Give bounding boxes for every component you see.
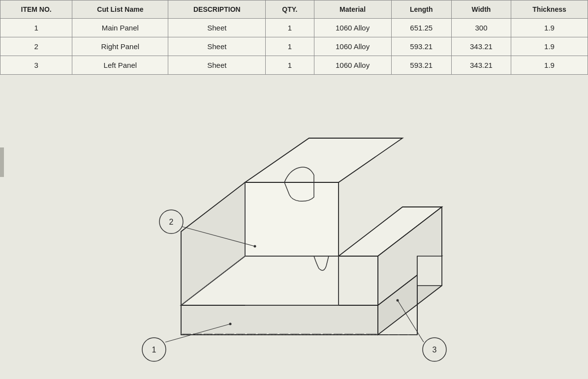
drawing-section: 1 2 3 xyxy=(0,84,588,379)
cell-width: 343.21 xyxy=(451,56,511,75)
svg-marker-27 xyxy=(245,182,339,256)
cell-item: 1 xyxy=(0,19,72,37)
svg-point-50 xyxy=(253,245,256,247)
cell-desc: Sheet xyxy=(168,19,266,37)
cell-length: 593.21 xyxy=(391,37,451,56)
col-header-thickness: Thickness xyxy=(511,0,588,19)
cell-desc: Sheet xyxy=(168,56,266,75)
table-section: ITEM NO. Cut List Name DESCRIPTION QTY. … xyxy=(0,0,588,75)
svg-text:3: 3 xyxy=(432,346,436,354)
cell-item: 2 xyxy=(0,37,72,56)
cell-item: 3 xyxy=(0,56,72,75)
col-header-length: Length xyxy=(391,0,451,19)
cell-name: Left Panel xyxy=(72,56,168,75)
cut-list-table: ITEM NO. Cut List Name DESCRIPTION QTY. … xyxy=(0,0,588,75)
table-row: 1 Main Panel Sheet 1 1060 Alloy 651.25 3… xyxy=(0,19,588,37)
cell-name: Right Panel xyxy=(72,37,168,56)
col-header-material: Material xyxy=(314,0,391,19)
svg-point-46 xyxy=(229,322,231,325)
cell-length: 593.21 xyxy=(391,56,451,75)
cell-qty: 1 xyxy=(266,19,314,37)
page: ITEM NO. Cut List Name DESCRIPTION QTY. … xyxy=(0,0,588,379)
left-edge-accent xyxy=(0,147,4,177)
svg-text:1: 1 xyxy=(152,346,156,354)
table-row: 3 Left Panel Sheet 1 1060 Alloy 593.21 3… xyxy=(0,56,588,75)
svg-marker-26 xyxy=(339,256,378,305)
table-row: 2 Right Panel Sheet 1 1060 Alloy 593.21 … xyxy=(0,37,588,56)
cell-length: 651.25 xyxy=(391,19,451,37)
col-header-width: Width xyxy=(451,0,511,19)
cell-width: 300 xyxy=(451,19,511,37)
svg-text:2: 2 xyxy=(169,218,173,226)
cell-desc: Sheet xyxy=(168,37,266,56)
svg-point-54 xyxy=(396,299,399,301)
col-header-item: ITEM NO. xyxy=(0,0,72,19)
cell-qty: 1 xyxy=(266,37,314,56)
col-header-name: Cut List Name xyxy=(72,0,168,19)
cell-thickness: 1.9 xyxy=(511,19,588,37)
cell-material: 1060 Alloy xyxy=(314,56,391,75)
svg-marker-2 xyxy=(181,305,378,335)
cell-qty: 1 xyxy=(266,56,314,75)
col-header-qty: QTY. xyxy=(266,0,314,19)
cell-material: 1060 Alloy xyxy=(314,37,391,56)
col-header-desc: DESCRIPTION xyxy=(168,0,266,19)
isometric-drawing: 1 2 3 xyxy=(73,89,516,374)
cell-name: Main Panel xyxy=(72,19,168,37)
cell-thickness: 1.9 xyxy=(511,56,588,75)
cell-material: 1060 Alloy xyxy=(314,19,391,37)
cell-width: 343.21 xyxy=(451,37,511,56)
cell-thickness: 1.9 xyxy=(511,37,588,56)
